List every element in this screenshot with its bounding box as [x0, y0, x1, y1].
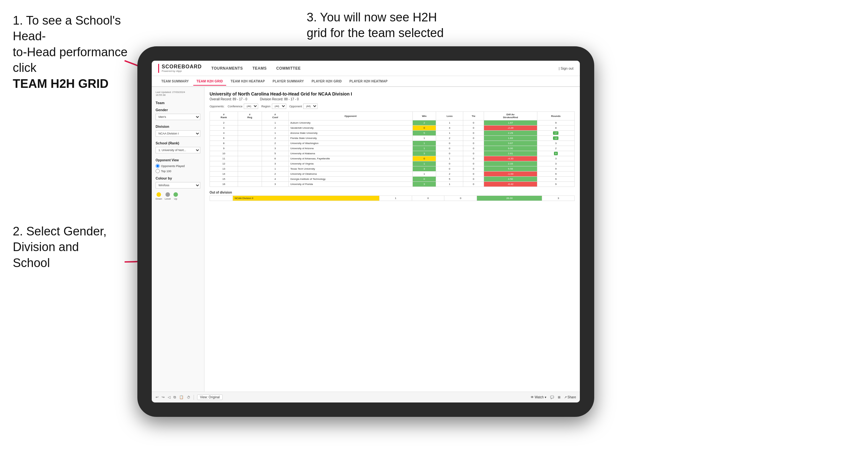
- annotation-1: 1. To see a School's Head- to-Head perfo…: [13, 13, 147, 92]
- cell-opponent: University of Alabama: [288, 151, 412, 156]
- cell-rounds: 3: [537, 161, 575, 166]
- table-row: 10 5 University of Alabama 3 0 0 2.61 8: [210, 151, 575, 156]
- annotation-1-line1: 1. To see a School's Head-: [13, 14, 121, 43]
- cell-tie: 0: [463, 146, 484, 151]
- comment-button[interactable]: 💬: [550, 396, 554, 399]
- cell-rank: 4: [210, 131, 238, 136]
- sidebar-division-select[interactable]: NCAA Division I NCAA Division II: [156, 130, 200, 137]
- cell-win: 1: [412, 136, 436, 141]
- cell-reg: [238, 156, 261, 161]
- cell-reg: [238, 166, 261, 172]
- cell-tie: 0: [463, 141, 484, 146]
- cell-conf: 6: [261, 156, 288, 161]
- annotation-2: 2. Select Gender, Division and School: [13, 224, 128, 271]
- colour-level-label: Level: [164, 197, 170, 200]
- back-icon[interactable]: ◁: [168, 395, 170, 399]
- undo-icon[interactable]: ↩: [156, 395, 158, 399]
- sidebar-school-label: School (Rank): [156, 141, 200, 145]
- table-row: 4 1 Arizona State University 5 1 0 2.29 …: [210, 131, 575, 136]
- sidebar-colour-select[interactable]: Win/loss: [156, 182, 200, 188]
- nav-teams[interactable]: TEAMS: [252, 65, 267, 72]
- cell-reg: [238, 146, 261, 151]
- cell-reg: [238, 151, 261, 156]
- cell-rank: 14: [210, 172, 238, 177]
- cell-reg: [238, 172, 261, 177]
- cell-diff: 9.00: [484, 146, 537, 151]
- cell-reg: [238, 141, 261, 146]
- tablet-device: SCOREBOARD Powered by clippi TOURNAMENTS…: [137, 46, 594, 417]
- tab-player-h2h-grid[interactable]: PLAYER H2H GRID: [308, 77, 345, 86]
- redo-icon[interactable]: ↪: [162, 395, 164, 399]
- cell-win: 5: [412, 131, 436, 136]
- radio-top100-input[interactable]: [156, 169, 160, 173]
- cell-conf: 2: [261, 136, 288, 141]
- table-main-title: University of North Carolina Head-to-Hea…: [210, 91, 575, 96]
- copy-icon[interactable]: ⧉: [174, 395, 176, 399]
- table-row: 16 3 University of Florida 3 1 0 -6.42 9: [210, 182, 575, 187]
- filter-conference: Conference (All): [228, 103, 258, 109]
- division-record: Division Record: 88 - 17 - 0: [260, 97, 299, 101]
- sidebar-school-select[interactable]: 1. University of Nort...: [156, 147, 200, 153]
- cell-diff: 2.61: [484, 151, 537, 156]
- clock-icon[interactable]: ⏱: [187, 396, 190, 399]
- cell-loss: 0: [436, 151, 463, 156]
- view-original-button[interactable]: View: Original: [197, 395, 223, 400]
- layout-button[interactable]: ⊞: [558, 396, 560, 399]
- table-row: 14 2 University of Oklahoma 1 2 0 -1.00 …: [210, 172, 575, 177]
- tab-player-h2h-heatmap[interactable]: PLAYER H2H HEATMAP: [346, 77, 391, 86]
- table-row: 9 3 University of Arizona 1 0 0 9.00 2: [210, 146, 575, 151]
- cell-conf: 1: [261, 120, 288, 126]
- sidebar-colour-label: Colour by: [156, 176, 200, 180]
- sub-nav: TEAM SUMMARY TEAM H2H GRID TEAM H2H HEAT…: [152, 76, 580, 87]
- cell-win: 0: [412, 126, 436, 131]
- sign-out-button[interactable]: | Sign out: [559, 66, 574, 70]
- nav-committee[interactable]: COMMITTEE: [276, 65, 301, 72]
- conference-select[interactable]: (All): [244, 103, 258, 109]
- cell-win: 1: [412, 141, 436, 146]
- annotation-3: 3. You will now see H2H grid for the tea…: [307, 9, 492, 41]
- colour-down-dot: [157, 192, 161, 197]
- cell-tie: 0: [463, 136, 484, 141]
- cell-loss: 0: [436, 161, 463, 166]
- cell-conf: 2: [261, 126, 288, 131]
- col-diff: Diff AvStrokes/Rnd: [484, 112, 537, 120]
- radio-opponents-played[interactable]: Opponents Played: [156, 164, 200, 168]
- nav-tournaments[interactable]: TOURNAMENTS: [212, 65, 243, 72]
- cell-opponent: Georgia Institute of Technology: [288, 177, 412, 182]
- cell-win: 1: [412, 146, 436, 151]
- cell-tie: 0: [463, 131, 484, 136]
- cell-opponent: University of Oklahoma: [288, 172, 412, 177]
- radio-top100[interactable]: Top 100: [156, 169, 200, 173]
- cell-conf: 1: [261, 166, 288, 172]
- col-loss: Loss: [436, 112, 463, 120]
- opponent-label: Opponent: [289, 105, 302, 108]
- sidebar-gender-select[interactable]: Men's Women's: [156, 114, 200, 120]
- tab-player-summary[interactable]: PLAYER SUMMARY: [269, 77, 307, 86]
- cell-conf: 4: [261, 177, 288, 182]
- cell-loss: 0: [436, 146, 463, 151]
- ood-division: [210, 196, 233, 201]
- cell-opponent: Auburn University: [288, 120, 412, 126]
- tab-team-h2h-grid[interactable]: TEAM H2H GRID: [193, 77, 226, 86]
- col-win: Win: [412, 112, 436, 120]
- cell-tie: 0: [463, 166, 484, 172]
- opponent-select[interactable]: (All): [303, 103, 317, 109]
- cell-rank: 10: [210, 151, 238, 156]
- paste-icon[interactable]: 📋: [179, 395, 184, 399]
- tab-team-summary[interactable]: TEAM SUMMARY: [158, 77, 192, 86]
- cell-opponent: University of Washington: [288, 141, 412, 146]
- watch-button[interactable]: 👁 Watch ▾: [531, 396, 546, 399]
- out-of-division-table: NCAA Division II 1 0 0 26.00 3: [210, 195, 575, 201]
- sidebar-timestamp: Last Updated: 27/03/202416:55:38: [156, 91, 200, 96]
- share-button[interactable]: ↗ Share: [564, 396, 576, 399]
- col-conf: #Conf: [261, 112, 288, 120]
- cell-tie: 0: [463, 161, 484, 166]
- tab-team-h2h-heatmap[interactable]: TEAM H2H HEATMAP: [227, 77, 268, 86]
- cell-conf: 3: [261, 146, 288, 151]
- col-rounds: Rounds: [537, 112, 575, 120]
- cell-rank: 11: [210, 156, 238, 161]
- region-select[interactable]: (All): [272, 103, 286, 109]
- radio-opponents-played-input[interactable]: [156, 164, 160, 168]
- cell-diff: -2.29: [484, 126, 537, 131]
- cell-win: 3: [412, 151, 436, 156]
